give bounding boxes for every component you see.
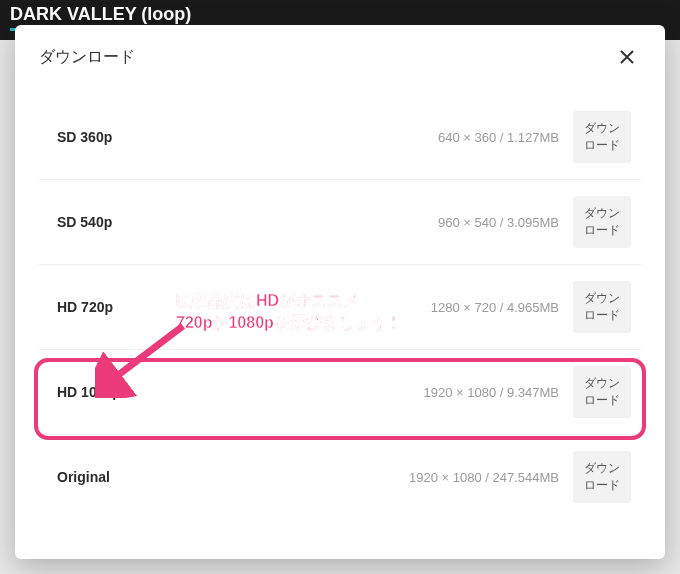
quality-label: Original <box>49 469 209 485</box>
download-button[interactable]: ダウン ロード <box>573 366 631 418</box>
quality-label: HD 720p <box>49 299 209 315</box>
spec-label: 1920 × 1080 / 9.347MB <box>209 385 573 400</box>
quality-label: SD 540p <box>49 214 209 230</box>
download-option-row: SD 360p 640 × 360 / 1.127MB ダウン ロード <box>39 95 641 180</box>
modal-header: ダウンロード <box>15 25 665 85</box>
spec-label: 640 × 360 / 1.127MB <box>209 130 573 145</box>
download-button[interactable]: ダウン ロード <box>573 451 631 503</box>
background-title: DARK VALLEY (loop) <box>10 4 191 25</box>
spec-label: 960 × 540 / 3.095MB <box>209 215 573 230</box>
close-icon <box>619 49 635 65</box>
download-option-row: HD 1080p 1920 × 1080 / 9.347MB ダウン ロード <box>39 350 641 435</box>
download-button[interactable]: ダウン ロード <box>573 111 631 163</box>
download-options-list: SD 360p 640 × 360 / 1.127MB ダウン ロード SD 5… <box>15 85 665 559</box>
download-option-row: HD 720p 1280 × 720 / 4.965MB ダウン ロード <box>39 265 641 350</box>
close-button[interactable] <box>613 43 641 71</box>
download-modal: ダウンロード SD 360p 640 × 360 / 1.127MB ダウン ロ… <box>15 25 665 559</box>
quality-label: HD 1080p <box>49 384 209 400</box>
download-option-row: SD 540p 960 × 540 / 3.095MB ダウン ロード <box>39 180 641 265</box>
download-button[interactable]: ダウン ロード <box>573 281 631 333</box>
modal-title: ダウンロード <box>39 47 135 68</box>
download-button[interactable]: ダウン ロード <box>573 196 631 248</box>
quality-label: SD 360p <box>49 129 209 145</box>
spec-label: 1280 × 720 / 4.965MB <box>209 300 573 315</box>
spec-label: 1920 × 1080 / 247.544MB <box>209 470 573 485</box>
download-option-row: Original 1920 × 1080 / 247.544MB ダウン ロード <box>39 435 641 519</box>
